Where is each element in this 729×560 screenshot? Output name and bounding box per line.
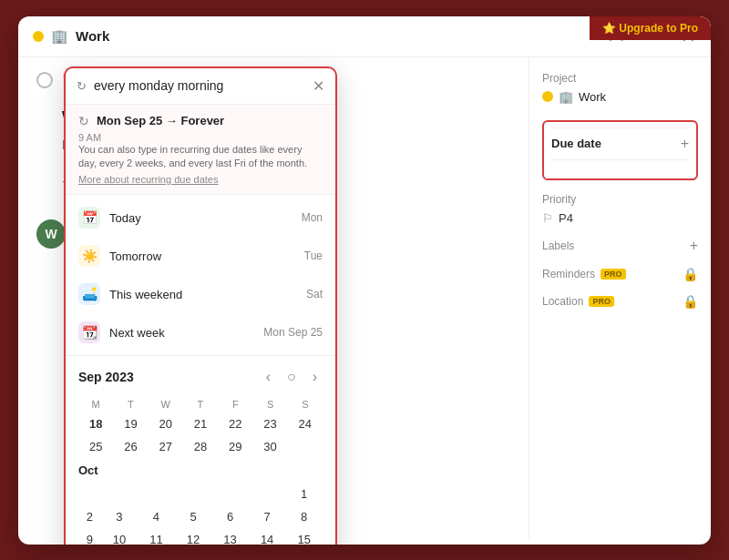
project-value: 🏢 Work: [542, 90, 698, 104]
main-window: ⭐ Upgrade to Pro 🏢 Work ︿ ﹀ ··· ✕ 📅 Revi…: [18, 16, 711, 545]
cal-oct-empty1: [78, 483, 101, 505]
recurring-header: ↻ Mon Sep 25 → Forever: [78, 114, 323, 128]
nextweek-date: Mon Sep 25: [263, 326, 323, 339]
cal-day-25[interactable]: 25: [78, 435, 113, 458]
tomorrow-date: Tue: [304, 249, 323, 262]
cal-oct-empty2: [101, 483, 139, 505]
cal-oct-4[interactable]: 4: [138, 505, 175, 528]
calendar-grid-oct: 1 2 3 4 5 6 7 8: [78, 483, 323, 544]
calendar-nav: Sep 2023 ‹ ○ ›: [78, 367, 323, 387]
location-pro-badge: PRO: [589, 296, 614, 307]
cal-day-18[interactable]: 18: [78, 412, 113, 435]
today-date: Mon: [302, 211, 323, 224]
upgrade-button[interactable]: ⭐ Upgrade to Pro: [590, 16, 711, 40]
location-left: Location PRO: [542, 295, 614, 308]
window-title-area: 🏢 Work: [33, 28, 109, 45]
left-panel: 📅 Review the monthly plan 🔔 1 › Write ac…: [18, 57, 529, 538]
window-title: Work: [76, 28, 109, 44]
cal-oct-13[interactable]: 13: [211, 528, 249, 544]
cal-oct-8[interactable]: 8: [285, 505, 323, 528]
cal-day-24[interactable]: 24: [288, 412, 323, 435]
cal-oct-empty4: [175, 483, 212, 505]
cal-oct-12[interactable]: 12: [175, 528, 212, 544]
datepicker-popup: ↻ ✕ ↻ Mon Sep 25 → Forever 9 AM You can …: [64, 66, 337, 545]
project-value-emoji: 🏢: [559, 90, 573, 104]
cal-day-21[interactable]: 21: [183, 412, 218, 435]
due-date-add-button[interactable]: +: [681, 136, 689, 152]
oct-month-label: Oct: [78, 463, 323, 477]
calendar-grid-sep: M T W T F S S 18: [78, 396, 323, 458]
project-section-title: Project: [542, 72, 698, 85]
project-value-name: Work: [579, 90, 606, 104]
tomorrow-label: Tomorrow: [109, 249, 295, 263]
project-emoji: 🏢: [51, 28, 68, 45]
task-checkbox[interactable]: [36, 72, 53, 88]
cal-day-28[interactable]: 28: [183, 435, 218, 458]
cal-day-empty-sep: [288, 435, 323, 458]
labels-title: Labels: [542, 239, 574, 252]
cal-day-27[interactable]: 27: [149, 435, 183, 458]
recurring-more-link[interactable]: More about recurring due dates: [78, 174, 323, 185]
cal-oct-5[interactable]: 5: [175, 505, 212, 528]
datepicker-search-bar: ↻ ✕: [66, 68, 335, 105]
due-date-section: Due date +: [542, 120, 698, 180]
clear-search-button[interactable]: ✕: [313, 77, 324, 95]
reminders-lock-icon: 🔒: [683, 267, 698, 281]
quick-tomorrow[interactable]: ☀️ Tomorrow Tue: [66, 237, 335, 275]
labels-add-button[interactable]: +: [690, 238, 698, 254]
cal-oct-6[interactable]: 6: [211, 505, 249, 528]
reminders-title: Reminders: [542, 268, 595, 280]
labels-section: Labels +: [542, 238, 698, 254]
quick-next-week[interactable]: 📆 Next week Mon Sep 25: [66, 313, 335, 351]
cal-oct-2[interactable]: 2: [78, 505, 101, 528]
project-section: Project 🏢 Work: [542, 72, 698, 104]
day-header-s2: S: [288, 396, 323, 412]
day-header-m: M: [78, 396, 113, 412]
today-label: Today: [109, 211, 293, 225]
due-date-row: Due date +: [551, 127, 689, 160]
weekend-label: This weekend: [109, 288, 297, 301]
cal-day-29[interactable]: 29: [218, 435, 252, 458]
project-dot: [33, 31, 44, 42]
priority-text: P4: [559, 211, 573, 225]
cal-next-btn[interactable]: ›: [307, 367, 323, 387]
cal-oct-7[interactable]: 7: [249, 505, 286, 528]
day-header-t2: T: [183, 396, 218, 412]
recurring-refresh-icon: ↻: [78, 114, 89, 128]
reminders-left: Reminders PRO: [542, 268, 626, 280]
cal-today-btn[interactable]: ○: [282, 367, 302, 387]
location-title: Location: [542, 295, 583, 308]
priority-section: Priority ⚐ P4: [542, 193, 698, 225]
weekend-icon: 🛋️: [78, 283, 100, 305]
cal-oct-10[interactable]: 10: [101, 528, 139, 544]
date-search-input[interactable]: [94, 78, 305, 93]
reminders-pro-badge: PRO: [601, 269, 626, 280]
user-avatar: W: [36, 219, 66, 249]
due-date-label: Due date: [551, 137, 601, 150]
priority-section-title: Priority: [542, 193, 698, 206]
calendar-nav-buttons: ‹ ○ ›: [261, 367, 323, 387]
cal-oct-14[interactable]: 14: [249, 528, 286, 544]
day-header-s1: S: [252, 396, 287, 412]
cal-day-20[interactable]: 20: [149, 412, 183, 435]
cal-prev-btn[interactable]: ‹: [261, 367, 276, 387]
cal-oct-9[interactable]: 9: [78, 528, 101, 544]
cal-day-23[interactable]: 23: [252, 412, 287, 435]
weekend-date: Sat: [306, 288, 323, 300]
cal-oct-15[interactable]: 15: [285, 528, 323, 544]
cal-day-22[interactable]: 22: [218, 412, 252, 435]
quick-today[interactable]: 📅 Today Mon: [66, 199, 335, 237]
nextweek-label: Next week: [109, 326, 254, 340]
recurring-suggestion[interactable]: ↻ Mon Sep 25 → Forever 9 AM You can also…: [66, 105, 335, 196]
day-header-w: W: [149, 396, 183, 412]
content-area: 📅 Review the monthly plan 🔔 1 › Write ac…: [18, 57, 711, 538]
cal-day-26[interactable]: 26: [113, 435, 148, 458]
cal-oct-3[interactable]: 3: [101, 505, 139, 528]
calendar: Sep 2023 ‹ ○ › M T W: [66, 356, 335, 544]
cal-day-19[interactable]: 19: [113, 412, 148, 435]
reminders-section: Reminders PRO 🔒: [542, 267, 698, 281]
quick-weekend[interactable]: 🛋️ This weekend Sat: [66, 275, 335, 313]
cal-oct-11[interactable]: 11: [138, 528, 175, 544]
cal-oct-1[interactable]: 1: [285, 483, 323, 505]
cal-day-30[interactable]: 30: [252, 435, 287, 458]
